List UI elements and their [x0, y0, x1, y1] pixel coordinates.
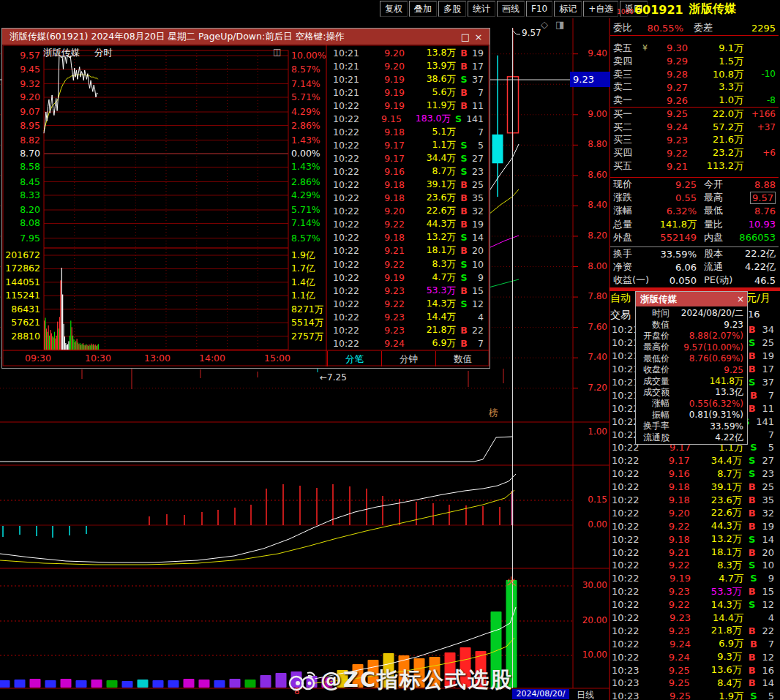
tick-row[interactable]: 10:229.2118.1万B20 — [329, 244, 490, 257]
tick-row[interactable]: 10:229.2321.8万B22 — [329, 323, 490, 336]
tab-分钟[interactable]: 分钟 — [381, 351, 435, 366]
ask-row[interactable]: 卖四9.291.5万 — [610, 55, 779, 68]
period-label[interactable]: 日线 — [577, 689, 594, 700]
bid-row[interactable]: 买二9.2457.2万+37 — [610, 121, 779, 134]
tick-price: 9.19 — [644, 573, 691, 584]
popup-maximize-button[interactable]: □ — [459, 31, 472, 42]
pane2-scale-label: 0.00 — [575, 519, 607, 530]
tick-row[interactable]: 10:229.185.1万7 — [329, 125, 490, 138]
bid-row[interactable]: 买一9.2522.0万+166 — [610, 108, 779, 121]
tick-volume: 38.6万 — [405, 73, 456, 86]
tick-time: 10:22 — [610, 586, 643, 597]
bid-row[interactable]: 买三9.2321.6万 — [610, 134, 779, 147]
tick-row[interactable]: 10:229.228.3万S10 — [329, 257, 490, 271]
tick-price: 9.16 — [364, 166, 405, 177]
popup-titlebar[interactable]: 浙版传媒(601921) 2024年08月20日 星期二 PageUp/Down… — [2, 29, 490, 45]
tick-row[interactable]: 10:229.249.3万B12 — [610, 650, 779, 663]
tick-row[interactable]: 10:229.2314.4万4 — [610, 611, 779, 625]
tick-row[interactable]: 10:219.2013.9万B17 — [329, 59, 490, 72]
tick-row[interactable]: 10:229.2214.3万S12 — [329, 297, 490, 310]
tick-count: 7 — [472, 87, 490, 98]
stock-name: 浙版传媒 — [689, 1, 736, 17]
tick-row[interactable]: 10:219.2013.8万B19 — [329, 46, 490, 59]
tick-row[interactable]: 10:239.251.9万S5 — [610, 690, 779, 700]
tick-row[interactable]: 10:229.1839.1万B25 — [610, 481, 779, 494]
toolbar-button-多股[interactable]: 多股 — [438, 1, 466, 17]
mini-pane-icon[interactable]: ◫ — [273, 46, 282, 57]
tick-price: 9.22 — [364, 259, 405, 270]
tick-count: 12 — [762, 652, 779, 663]
tick-count: 35 — [472, 192, 490, 203]
tick-flag: B — [743, 639, 764, 650]
tick-row[interactable]: 10:229.2118.1万B20 — [610, 546, 779, 559]
bid-row[interactable]: 买五9.21113.2万 — [610, 159, 779, 173]
diamond-icon[interactable]: ◇ — [541, 19, 548, 30]
tick-row[interactable]: 10:229.2314.4万4 — [329, 310, 490, 323]
ask-price: 9.30 — [650, 42, 688, 53]
tick-row[interactable]: 10:229.168.7万S23 — [610, 467, 779, 481]
toolbar-button-叠加[interactable]: 叠加 — [409, 1, 437, 17]
ask-row[interactable]: 卖三9.2810.8万-10 — [610, 68, 779, 81]
tick-count: 141 — [466, 113, 490, 124]
toolbar-button-统计[interactable]: 统计 — [468, 1, 495, 17]
tick-row[interactable]: 10:229.2214.3万S12 — [610, 598, 779, 611]
tick-price: 9.15 — [362, 113, 402, 124]
tick-row[interactable]: 10:229.2244.3万B19 — [610, 519, 779, 532]
ask-row[interactable]: 卖五¥9.309.1万 — [610, 42, 779, 55]
tick-row[interactable]: 10:229.15183.0万S141 — [329, 112, 490, 125]
tick-row[interactable]: 10:229.1911.9万B11 — [329, 99, 490, 112]
tick-price: 9.17 — [364, 153, 405, 164]
tick-row[interactable]: 10:229.194.7万S9 — [610, 572, 779, 585]
split-pane-icon[interactable]: ◨ — [555, 19, 564, 30]
toolbar-button-标记[interactable]: 标记 — [554, 1, 582, 17]
popup-tabs: 分笔分钟数值 — [327, 351, 490, 366]
popup-chart-mode[interactable]: 分时 — [94, 47, 113, 59]
tick-row[interactable]: 10:229.2353.3万B15 — [329, 284, 490, 297]
toolbar-button-+自选[interactable]: +自选 — [583, 1, 618, 17]
tooltip-row-value: 13.3亿 — [670, 386, 747, 399]
toolbar-button-画线[interactable]: 画线 — [497, 1, 525, 17]
tooltip-titlebar[interactable]: 浙版传媒 × — [636, 292, 747, 306]
tick-time: 10:22 — [610, 560, 643, 571]
tick-price: 9.19 — [364, 272, 405, 283]
tab-数值[interactable]: 数值 — [435, 351, 490, 366]
toolbar-button-复权[interactable]: 复权 — [380, 1, 408, 17]
tick-row[interactable]: 10:229.171.1万S5 — [329, 138, 490, 151]
tick-row[interactable]: 10:229.246.9万B7 — [610, 637, 779, 650]
ask-row[interactable]: 卖一9.261.0万-8 — [610, 94, 779, 107]
tick-row[interactable]: 10:229.228.3万S10 — [610, 559, 779, 572]
rank-badge[interactable]: 榜 — [489, 407, 498, 420]
tick-row[interactable]: 10:229.2321.8万B22 — [610, 624, 779, 637]
tick-row[interactable]: 10:229.1839.1万B25 — [329, 178, 490, 192]
bid-row[interactable]: 买四9.2223.2万+6 — [610, 146, 779, 159]
tick-row[interactable]: 10:229.246.9万B7 — [329, 336, 490, 350]
tick-row[interactable]: 10:229.2244.3万B19 — [329, 218, 490, 231]
tick-row[interactable]: 10:229.194.7万S9 — [329, 271, 490, 284]
popup-close-button[interactable]: × — [472, 31, 485, 42]
tick-row[interactable]: 10:229.2022.6万B32 — [329, 205, 490, 218]
tick-row[interactable]: 10:229.1734.4万S27 — [329, 152, 490, 165]
tick-time: 10:22 — [610, 599, 643, 610]
tab-分笔[interactable]: 分笔 — [327, 351, 381, 366]
tick-row[interactable]: 10:219.195.6万B7 — [329, 86, 490, 99]
tick-row[interactable]: 10:229.1823.6万B35 — [329, 192, 490, 205]
toolbar-button-F10[interactable]: F10 — [526, 1, 552, 17]
ask-row[interactable]: 卖二9.273.3万 — [610, 80, 779, 94]
tick-row[interactable]: 10:229.1823.6万B35 — [610, 494, 779, 507]
quote-right-label: 量比 — [697, 218, 739, 231]
tick-row[interactable]: 10:229.1734.4万S27 — [610, 454, 779, 467]
tick-time: 10:22 — [329, 285, 364, 296]
tooltip-close-icon[interactable]: × — [734, 294, 747, 304]
tick-row[interactable]: 10:229.2022.6万B32 — [610, 506, 779, 519]
tick-row[interactable]: 10:229.1813.2万S14 — [329, 231, 490, 244]
tick-count: 27 — [472, 153, 490, 164]
tick-row[interactable]: 10:239.258.4万B14 — [610, 677, 779, 690]
volume-scale-label: 115241 — [5, 290, 40, 301]
tick-count: 17 — [472, 61, 490, 72]
tick-time: 10:22 — [329, 325, 364, 336]
tick-row[interactable]: 10:219.1938.6万S37 — [329, 72, 490, 86]
tick-row[interactable]: 10:229.168.7万S23 — [329, 165, 490, 178]
tick-row[interactable]: 10:229.1813.2万S14 — [610, 532, 779, 546]
tick-row[interactable]: 10:239.2513.6万B16 — [610, 663, 779, 677]
tick-row[interactable]: 10:229.2353.3万B15 — [610, 585, 779, 598]
